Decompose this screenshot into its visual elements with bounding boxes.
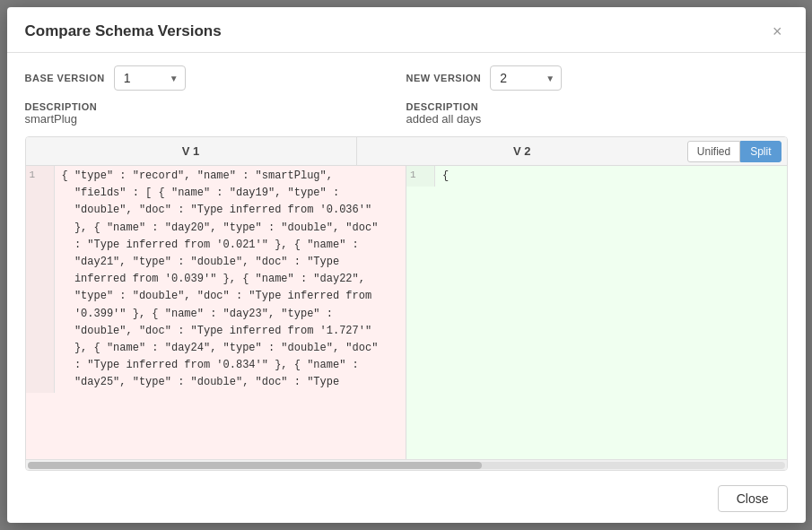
new-version-select-wrapper: 1 2 3 ▼ (490, 65, 562, 91)
unified-toggle-button[interactable]: Unified (687, 141, 740, 162)
split-toggle-button[interactable]: Split (740, 141, 781, 162)
diff-header: V 1 V 2 Unified Split (26, 137, 787, 166)
line-content-v2-1: { (435, 166, 787, 187)
scrollbar-track (28, 462, 785, 469)
base-desc-label: DESCRIPTION (25, 101, 406, 112)
modal-footer: Close (7, 478, 806, 523)
base-desc-row: DESCRIPTION smartPlug (25, 98, 406, 126)
v2-header: V 2 (357, 137, 687, 165)
new-desc-label: DESCRIPTION (406, 101, 788, 112)
base-version-group: BASE VERSION 1 2 3 ▼ DESCRIPTION smartPl… (25, 65, 406, 126)
diff-content[interactable]: 1 { "type" : "record", "name" : "smartPl… (26, 166, 787, 459)
line-content-v1-1: { "type" : "record", "name" : "smartPlug… (55, 166, 406, 393)
base-version-row: BASE VERSION 1 2 3 ▼ (25, 65, 406, 91)
new-desc-value: added all days (406, 112, 788, 126)
diff-line-v2-1: 1 { (406, 166, 787, 187)
new-version-group: NEW VERSION 1 2 3 ▼ DESCRIPTION added al… (406, 65, 788, 126)
scrollbar-area[interactable] (26, 459, 787, 470)
diff-pane-v1: 1 { "type" : "record", "name" : "smartPl… (26, 166, 407, 459)
v1-header: V 1 (26, 137, 357, 165)
base-desc-value: smartPlug (25, 112, 406, 126)
scrollbar-thumb (28, 462, 482, 469)
new-version-label: NEW VERSION (406, 73, 482, 83)
version-section: BASE VERSION 1 2 3 ▼ DESCRIPTION smartPl… (7, 53, 806, 126)
diff-pane-v2: 1 { (406, 166, 787, 459)
base-version-select-wrapper: 1 2 3 ▼ (114, 65, 186, 91)
modal-header: Compare Schema Versions × (7, 7, 806, 53)
diff-line-v1-1: 1 { "type" : "record", "name" : "smartPl… (26, 166, 406, 393)
modal: Compare Schema Versions × BASE VERSION 1… (7, 7, 806, 523)
new-version-select[interactable]: 1 2 3 (490, 65, 562, 91)
diff-area: V 1 V 2 Unified Split 1 { "type" : "reco… (25, 136, 788, 471)
modal-title: Compare Schema Versions (25, 22, 222, 40)
line-num-v1-1: 1 (26, 166, 55, 393)
close-button[interactable]: Close (718, 485, 788, 512)
modal-overlay: Compare Schema Versions × BASE VERSION 1… (0, 0, 812, 530)
close-x-button[interactable]: × (767, 22, 788, 41)
new-version-row: NEW VERSION 1 2 3 ▼ (406, 65, 788, 91)
new-desc-row: DESCRIPTION added all days (406, 98, 788, 126)
line-num-v2-1: 1 (406, 166, 435, 187)
base-version-label: BASE VERSION (25, 73, 105, 83)
view-toggle: Unified Split (687, 141, 781, 162)
v2-header-label: V 2 (513, 144, 531, 158)
base-version-select[interactable]: 1 2 3 (114, 65, 186, 91)
